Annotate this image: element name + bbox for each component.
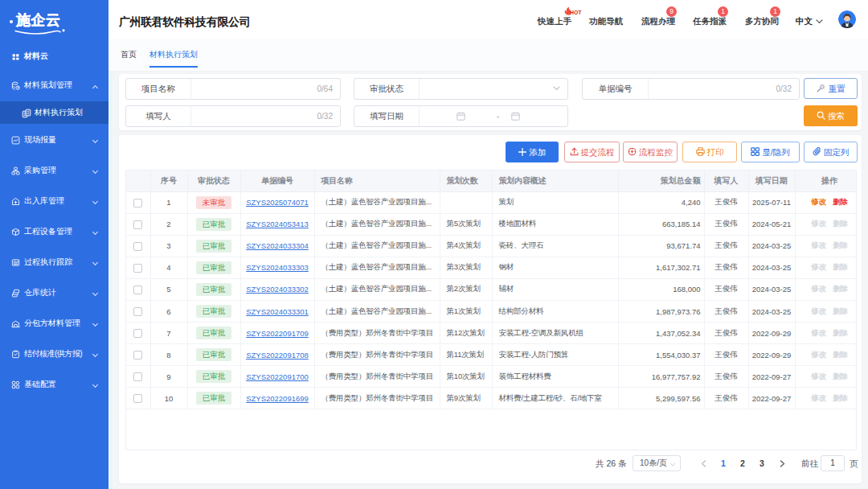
svg-text:HOT: HOT (570, 10, 582, 15)
